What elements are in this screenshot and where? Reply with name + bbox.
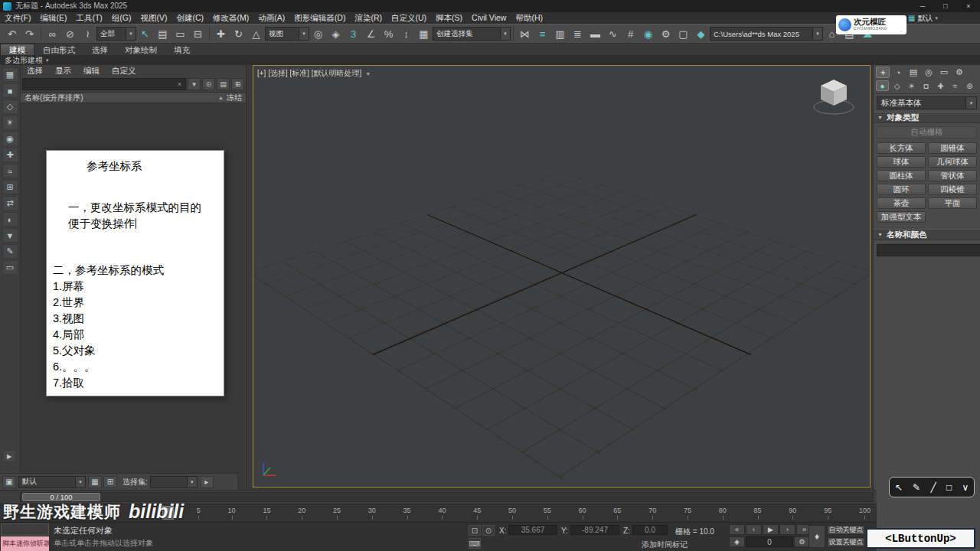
ribbon-tab-selection[interactable]: 选择 [83,44,116,55]
explorer-menu-item[interactable]: 编辑 [77,66,106,77]
explorer-settings-icon[interactable]: ⊞ [231,78,244,90]
primitive-button[interactable]: 平面 [928,197,977,209]
spinner-snap-icon[interactable]: ↕ [397,25,415,42]
use-pivot-center-icon[interactable]: ◎ [309,25,327,42]
menu-item[interactable]: 修改器(M) [208,12,253,24]
chevron-down-icon[interactable]: ▾ [965,97,976,109]
cat-helpers[interactable]: ✚ [934,80,947,91]
chevron-down-icon[interactable]: ▾ [126,28,136,40]
snap-toggle-icon[interactable]: 3 [345,25,362,42]
bind-spacewarp-icon[interactable]: ≀ [79,25,96,42]
primitive-button[interactable]: 圆柱体 [877,170,926,181]
default-set-combo[interactable]: 默认 ▾ [18,476,86,488]
menu-item[interactable]: 帮助(H) [511,12,547,24]
ribbon-tab-objectpaint[interactable]: 对象绘制 [116,44,165,55]
materials-filter-icon[interactable]: ◐ [2,212,18,227]
project-path-combo[interactable]: C:\Users\ad**ds Max 2025 ▾ [710,27,823,41]
ribbon-tab-modeling[interactable]: 建模 [0,44,34,55]
y-coordinate-field[interactable] [570,525,619,535]
x-coordinate-field[interactable] [508,525,557,535]
play-button[interactable]: ▶ [763,524,779,535]
set-keys-button[interactable]: ♦ [808,525,825,548]
lock-explorer-icon[interactable]: ⊙ [202,78,215,90]
primitive-button[interactable]: 圆锥体 [928,142,977,154]
prev-frame-button[interactable]: ‹ [746,524,762,535]
move-icon[interactable]: ✚ [212,25,230,42]
primitive-button[interactable]: 球体 [877,156,926,168]
filter-funnel-icon[interactable]: ▼ [2,228,18,243]
helpers-filter-icon[interactable]: ✚ [2,148,18,162]
notes-overlay[interactable]: 参考坐标系 一，更改坐标系模式的目的 便于变换操作 二，参考坐标系的模式 1.屏… [46,150,224,396]
window-crossing-icon[interactable]: ⊟ [189,25,207,42]
chevron-down-icon[interactable]: ▾ [500,28,510,40]
more-tools-icon[interactable]: ∨ [962,482,969,493]
redo-icon[interactable]: ↷ [21,25,38,42]
cat-lights[interactable]: ☀ [905,80,918,91]
primitive-button[interactable]: 几何球体 [928,156,977,168]
close-button[interactable]: × [957,0,980,12]
menu-item[interactable]: 渲染(R) [350,12,387,24]
render-icon[interactable]: ◆ [692,25,710,42]
selection-filter-combo[interactable]: 全部 ▾ [96,27,136,41]
undo-icon[interactable]: ↶ [3,25,21,42]
pick-edit-icon[interactable]: ✎ [2,244,18,259]
named-selection-sets-combo[interactable]: 创建选择集 ▾ [433,27,511,41]
menu-item[interactable]: 动画(A) [253,12,289,24]
timeline-tick[interactable]: 20 [298,507,305,520]
primitive-button[interactable]: 加强型文本 [877,211,926,223]
rect-region-icon[interactable]: ▭ [172,25,189,42]
chevron-down-icon[interactable]: ▾ [75,477,85,487]
ribbon-panel-label[interactable]: 多边形建模 [5,55,43,66]
primitive-button[interactable]: 四棱锥 [928,184,977,195]
time-config-button[interactable]: ⚙ [794,536,810,547]
timeline-tick[interactable]: 95 [824,507,831,520]
timeline-tick[interactable]: 60 [579,507,586,520]
timeline-tick[interactable]: 55 [544,507,551,520]
selection-set-combo[interactable]: ▾ [150,476,198,488]
pick-set-icon[interactable]: ▸ [200,476,214,488]
chevron-down-icon[interactable]: ▾ [187,477,197,487]
name-column-label[interactable]: 名称(按升序排序) [24,93,83,103]
tab-display[interactable]: ▭ [937,67,951,78]
menu-item[interactable]: 自定义(U) [387,12,431,24]
auto-key-button[interactable]: 自动关键点 [827,525,865,535]
select-object-icon[interactable]: ↖ [136,25,154,42]
chevron-down-icon[interactable]: ▾ [299,28,309,40]
timeline-tick[interactable]: 70 [648,507,656,520]
select-manipulate-icon[interactable]: ◈ [327,25,345,42]
tab-motion[interactable]: ◎ [922,67,936,78]
rendered-frame-icon[interactable]: ▢ [675,25,692,42]
edit-named-sets-icon[interactable]: ▦ [415,25,433,42]
timeline-tick[interactable]: 85 [754,507,762,520]
timeline-tick[interactable]: 15 [263,507,270,520]
timeline-tick[interactable]: 45 [473,507,481,520]
keyboard-override-icon[interactable]: ⌨ [469,538,481,549]
ribbon-toggle-icon[interactable]: ▬ [586,25,604,42]
select-by-name-icon[interactable]: ▤ [154,25,172,42]
perspective-viewport[interactable]: [+] [选择] [标准] [默认明暗处理] ▼ [253,65,871,487]
object-name-input[interactable] [877,244,980,256]
ribbon-tab-freeform[interactable]: 自由形式 [34,44,83,55]
timeline-tick[interactable]: 75 [684,507,691,520]
clear-search-icon[interactable]: × [176,80,183,88]
edit-sets-button[interactable]: ▦ [88,476,102,488]
workspace-selector[interactable]: ▦ 默认 ▾ [908,12,938,24]
next-frame-button[interactable]: › [779,524,795,535]
search-filter-dropdown-icon[interactable]: ▾ [188,78,201,90]
timeline-tick[interactable]: 5 [197,507,201,520]
menu-item[interactable]: 脚本(S) [431,12,467,24]
mirror-icon[interactable]: ⋈ [516,25,534,42]
z-coordinate-field[interactable] [632,525,668,535]
subtype-combo[interactable]: 标准基本体 ▾ [877,96,977,109]
angle-snap-icon[interactable]: ∠ [362,25,380,42]
isolate-selection-icon[interactable]: ⊡ [469,525,481,536]
menu-item[interactable]: 视图(V) [136,12,172,24]
rect-tool-icon[interactable]: □ [946,482,952,493]
cat-shapes[interactable]: ◇ [890,80,903,91]
layer-explorer-toggle-icon[interactable]: ≣ [569,25,586,42]
rollout-name-color[interactable]: 名称和颜色 [874,229,980,240]
rotate-icon[interactable]: ↻ [230,25,247,42]
explorer-menu-item[interactable]: 显示 [49,66,77,77]
timeline-tick[interactable]: 100 [859,507,871,520]
sort-icon[interactable]: ▦ [2,67,18,82]
